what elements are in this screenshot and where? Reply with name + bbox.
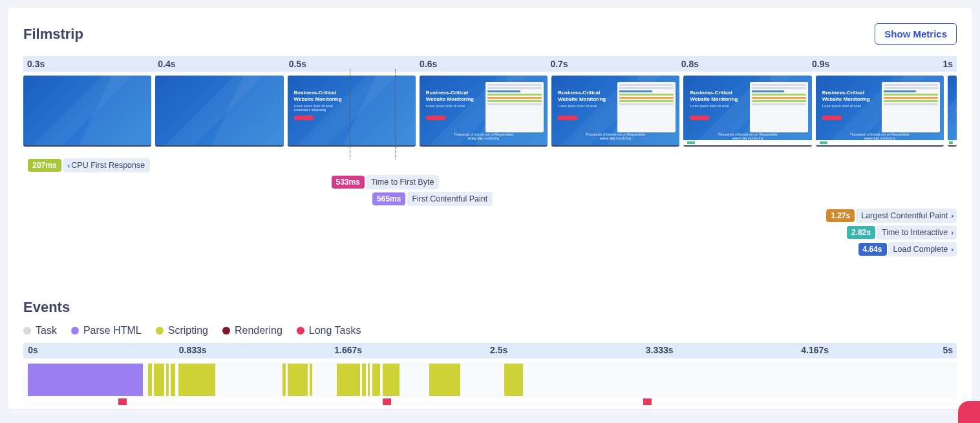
chevron-right-icon [951, 212, 952, 220]
metric-marker[interactable]: 2.82sTime to Interactive [847, 225, 957, 240]
legend-item: Parse HTML [71, 325, 142, 336]
event-block[interactable] [166, 364, 169, 396]
chevron-right-icon [951, 246, 952, 253]
events-track [23, 362, 957, 397]
event-block[interactable] [504, 364, 523, 396]
legend-dot [222, 327, 230, 335]
event-block[interactable] [288, 364, 308, 396]
filmstrip-frame[interactable]: Business-Critical Website Monitoring Lor… [816, 76, 944, 147]
filmstrip-header: Filmstrip Show Metrics [23, 23, 957, 45]
long-task-block[interactable] [643, 398, 652, 405]
legend-dot [23, 327, 31, 335]
filmstrip-frames: Business-Critical Website Monitoring Lor… [23, 76, 957, 147]
metric-time-badge: 533ms [332, 176, 365, 189]
events-section: Events TaskParse HTMLScriptingRenderingL… [23, 299, 957, 406]
events-time-ruler: 0s0.833s1.667s2.5s3.333s4.167s5s [23, 343, 957, 358]
metric-label: First Contentful Paint [407, 192, 493, 206]
metric-marker[interactable]: 1.27sLargest Contentful Paint [826, 209, 957, 223]
metric-marker[interactable]: 565msFirst Contentful Paint [372, 192, 493, 206]
legend-dot [71, 327, 79, 335]
filmstrip-frame[interactable] [155, 76, 283, 147]
metric-label: Load Complete [888, 242, 957, 256]
event-block[interactable] [282, 364, 285, 396]
events-legend: TaskParse HTMLScriptingRenderingLong Tas… [23, 325, 957, 336]
metric-marker[interactable]: 207msCPU First Response [28, 158, 150, 172]
filmstrip-frame[interactable]: Business-Critical Website Monitoring Lor… [683, 76, 811, 147]
event-block[interactable] [28, 364, 143, 396]
events-tick: 3.333s [646, 345, 674, 355]
long-task-block[interactable] [118, 398, 127, 405]
event-block[interactable] [154, 364, 164, 396]
chevron-left-icon [68, 162, 69, 169]
event-block[interactable] [383, 364, 399, 396]
legend-dot [156, 327, 164, 335]
performance-card: Filmstrip Show Metrics 0.3s 0.4s 0.5s 0.… [8, 8, 972, 409]
event-block[interactable] [362, 364, 366, 396]
events-tick: 0.833s [179, 345, 207, 355]
legend-item: Rendering [222, 325, 282, 336]
time-tick: 0.6s [416, 59, 546, 69]
events-tick: 2.5s [490, 345, 507, 355]
event-block[interactable] [310, 364, 312, 396]
legend-item: Long Tasks [297, 325, 361, 336]
metric-time-badge: 2.82s [847, 226, 875, 239]
filmstrip-frame[interactable] [23, 76, 151, 147]
longtask-track [23, 397, 957, 406]
event-block[interactable] [368, 364, 370, 396]
help-fab[interactable] [958, 401, 980, 417]
time-tick: 1s [939, 59, 957, 69]
long-task-block[interactable] [383, 398, 391, 405]
metric-time-badge: 1.27s [826, 209, 855, 222]
filmstrip-frame[interactable]: Business-Critical Website Monitoring Lor… [551, 76, 679, 147]
filmstrip-frame[interactable]: Business-Critical Website Monitoring Lor… [288, 76, 416, 147]
legend-item: Task [23, 325, 57, 336]
filmstrip-title: Filmstrip [23, 26, 83, 43]
metrics-area: 207msCPU First Response533msTime to Firs… [23, 153, 957, 263]
time-tick: 0.5s [285, 59, 416, 69]
time-tick: 0.9s [808, 59, 939, 69]
metric-marker[interactable]: 4.64sLoad Complete [858, 242, 957, 256]
filmstrip-frame[interactable]: Business-Critical Website Monitoring Lor… [420, 76, 548, 147]
events-title: Events [23, 299, 957, 316]
event-block[interactable] [148, 364, 151, 396]
metric-time-badge: 565ms [372, 192, 405, 205]
event-block[interactable] [337, 364, 360, 396]
event-block[interactable] [429, 364, 460, 396]
events-tick: 0s [28, 345, 38, 355]
filmstrip-frame[interactable] [948, 76, 957, 147]
show-metrics-button[interactable]: Show Metrics [875, 23, 957, 45]
metric-marker[interactable]: 533msTime to First Byte [332, 175, 440, 189]
events-tick: 4.167s [801, 345, 829, 355]
metric-time-badge: 207ms [28, 159, 61, 172]
time-tick: 0.4s [154, 59, 284, 69]
legend-item: Scripting [156, 325, 208, 336]
event-block[interactable] [171, 364, 175, 396]
metric-time-badge: 4.64s [858, 243, 887, 256]
time-tick: 0.7s [546, 59, 677, 69]
time-tick: 0.3s [23, 59, 154, 69]
events-tick: 5s [943, 345, 953, 355]
metric-label: CPU First Response [63, 158, 151, 172]
metric-label: Largest Contentful Paint [856, 209, 957, 223]
legend-dot [297, 327, 304, 335]
metric-label: Time to First Byte [366, 175, 439, 189]
event-block[interactable] [372, 364, 380, 396]
chevron-right-icon [951, 229, 952, 236]
filmstrip-time-ruler: 0.3s 0.4s 0.5s 0.6s 0.7s 0.8s 0.9s 1s [23, 56, 957, 72]
events-tick: 1.667s [334, 345, 362, 355]
metric-label: Time to Interactive [877, 225, 957, 240]
time-tick: 0.8s [677, 59, 808, 69]
event-block[interactable] [178, 364, 216, 396]
